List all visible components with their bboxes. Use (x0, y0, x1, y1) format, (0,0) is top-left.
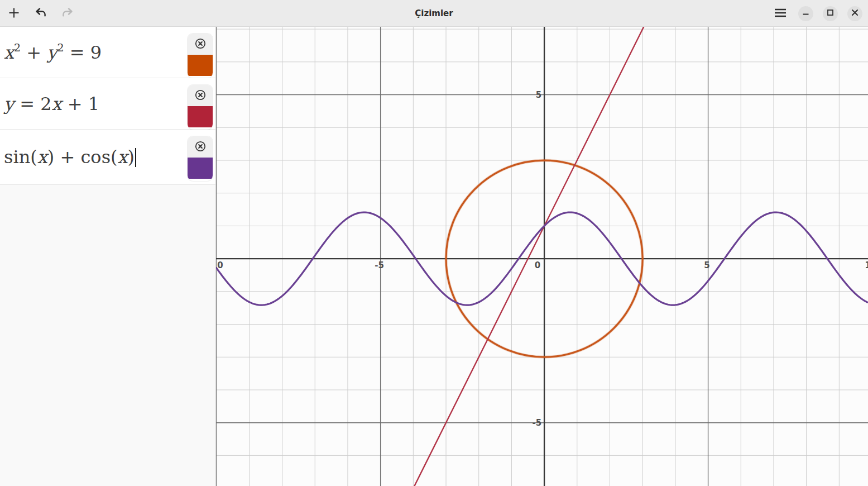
minimize-button[interactable] (798, 6, 813, 21)
hamburger-menu-icon (774, 8, 787, 19)
y-tick-label: 5 (536, 90, 541, 100)
y-tick-label: -5 (532, 418, 541, 428)
undo-arrow-icon (34, 6, 47, 21)
color-swatch-button[interactable] (188, 55, 213, 76)
maximize-icon (827, 9, 834, 18)
close-button[interactable] (847, 6, 862, 21)
header-bar: Çizimler (0, 0, 868, 27)
circle-x-icon (194, 140, 207, 155)
app-window: Çizimler (0, 0, 868, 486)
equation-row-1[interactable]: x2 + y2 = 9 (0, 27, 215, 78)
color-swatch-button[interactable] (188, 158, 213, 179)
equation-row-3[interactable]: sin(x) + cos(x) (0, 130, 215, 185)
color-swatch-button[interactable] (188, 106, 213, 127)
equation-sidebar: x2 + y2 = 9 y = 2x + 1 (0, 27, 216, 486)
equation-row-2[interactable]: y = 2x + 1 (0, 78, 215, 130)
add-equation-button[interactable] (6, 5, 22, 22)
x-tick-label: -5 (375, 260, 384, 270)
circle-x-icon (194, 88, 207, 103)
window-title: Çizimler (0, 0, 868, 27)
equation-formula[interactable]: y = 2x + 1 (4, 93, 99, 115)
menu-button[interactable] (772, 5, 789, 22)
delete-equation-button[interactable] (188, 85, 213, 106)
sidebar-empty-area (0, 185, 215, 486)
toolbar-left (6, 0, 76, 27)
x-tick-label: 0 (535, 260, 540, 270)
redo-button[interactable] (59, 5, 76, 22)
redo-arrow-icon (61, 6, 74, 21)
equation-controls (188, 85, 213, 130)
x-tick-label: 10 (865, 260, 868, 270)
maximize-button[interactable] (823, 6, 838, 21)
plot-area: -10-50510-55 (216, 27, 868, 486)
equation-formula[interactable]: x2 + y2 = 9 (4, 42, 102, 63)
window-controls (772, 0, 862, 27)
minimize-icon (802, 9, 809, 18)
circle-x-icon (194, 37, 207, 52)
plus-icon (8, 7, 20, 21)
x-tick-label: 5 (704, 260, 709, 270)
equation-formula[interactable]: sin(x) + cos(x) (4, 146, 136, 168)
close-icon (851, 9, 859, 18)
delete-equation-button[interactable] (188, 136, 213, 158)
delete-equation-button[interactable] (188, 34, 213, 55)
plot-canvas[interactable]: -10-50510-55 (216, 27, 868, 486)
equation-controls (188, 34, 213, 78)
equation-controls (188, 136, 213, 181)
undo-button[interactable] (32, 5, 49, 22)
